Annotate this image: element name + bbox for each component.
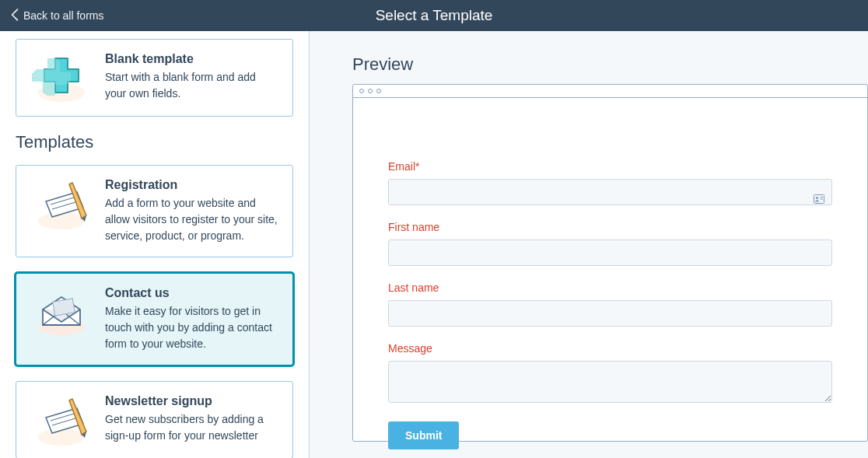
card-desc: Add a form to your website and allow vis… xyxy=(105,195,278,244)
preview-title: Preview xyxy=(352,54,868,75)
email-label: Email* xyxy=(388,160,832,173)
message-input[interactable] xyxy=(388,361,832,403)
svg-point-4 xyxy=(38,428,85,446)
template-card-newsletter[interactable]: Newsletter signup Get new subscribers by… xyxy=(16,381,293,458)
card-desc: Make it easy for visitors to get in touc… xyxy=(105,303,278,352)
svg-rect-3 xyxy=(53,299,75,316)
email-input[interactable] xyxy=(388,179,832,205)
template-card-registration[interactable]: Registration Add a form to your website … xyxy=(16,165,293,257)
card-title: Blank template xyxy=(105,52,278,66)
firstname-input[interactable] xyxy=(388,239,832,266)
firstname-label: First name xyxy=(388,221,832,233)
clipboard-pencil-icon xyxy=(30,178,93,229)
card-desc: Get new subscribers by adding a sign-up … xyxy=(105,411,278,444)
card-desc: Start with a blank form and add your own… xyxy=(105,69,278,102)
back-link-label: Back to all forms xyxy=(23,9,103,22)
page-title: Select a Template xyxy=(376,7,493,24)
plus-icon xyxy=(30,52,93,103)
template-card-blank[interactable]: Blank template Start with a blank form a… xyxy=(16,39,293,117)
lastname-input[interactable] xyxy=(388,300,832,327)
back-to-forms-link[interactable]: Back to all forms xyxy=(0,9,103,23)
templates-section-title: Templates xyxy=(16,132,293,152)
chevron-left-icon xyxy=(11,9,19,23)
header-bar: Back to all forms Select a Template xyxy=(0,0,868,31)
browser-controls-icon xyxy=(353,85,867,98)
svg-point-6 xyxy=(816,197,818,199)
template-sidebar: Blank template Start with a blank form a… xyxy=(0,31,310,458)
submit-button[interactable]: Submit xyxy=(388,421,459,449)
card-title: Registration xyxy=(105,178,278,192)
message-label: Message xyxy=(388,342,832,355)
preview-form: Email* First name Last name Message Subm… xyxy=(353,98,867,458)
browser-frame: Email* First name Last name Message Subm… xyxy=(352,84,868,442)
svg-point-1 xyxy=(38,212,85,229)
envelope-icon xyxy=(30,286,93,337)
lastname-label: Last name xyxy=(388,281,832,294)
preview-panel: Preview Email* First name Last name Mess… xyxy=(310,31,868,458)
clipboard-pencil-icon xyxy=(30,394,93,446)
card-title: Contact us xyxy=(105,286,278,300)
template-card-contact-us[interactable]: Contact us Make it easy for visitors to … xyxy=(16,273,293,365)
contact-card-icon xyxy=(814,193,824,207)
card-title: Newsletter signup xyxy=(105,394,278,408)
